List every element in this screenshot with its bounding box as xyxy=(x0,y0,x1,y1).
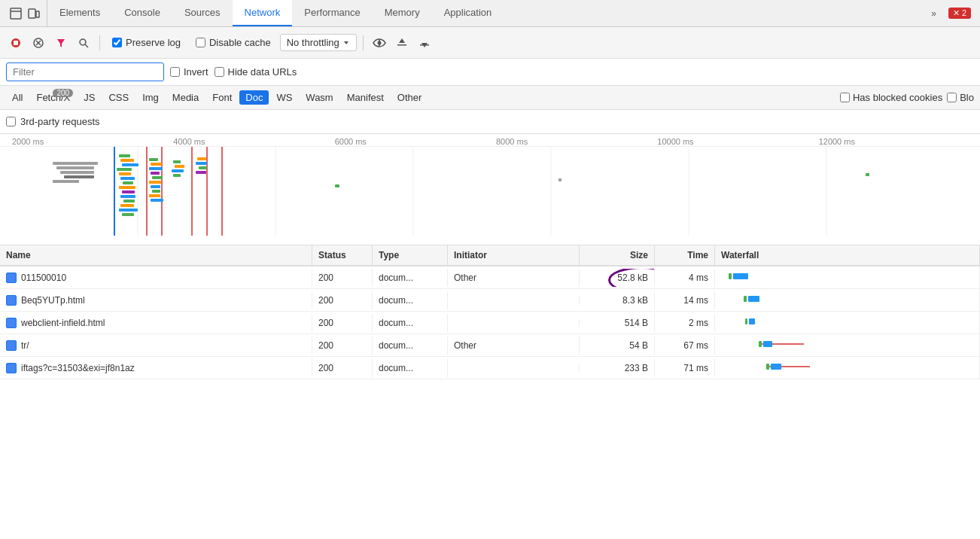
blo-label[interactable]: Blo xyxy=(960,92,974,103)
svg-rect-46 xyxy=(120,204,134,207)
svg-rect-43 xyxy=(122,190,135,193)
svg-rect-35 xyxy=(119,154,130,157)
type-ws[interactable]: WS xyxy=(270,90,298,105)
device-toggle-icon[interactable] xyxy=(27,7,41,20)
clear-button[interactable] xyxy=(29,33,48,53)
svg-rect-59 xyxy=(173,160,181,163)
tab-elements[interactable]: Elements xyxy=(47,0,112,26)
header-time[interactable]: Time xyxy=(655,245,715,265)
import-har-icon[interactable] xyxy=(415,33,434,53)
table-row[interactable]: Beq5YUTp.html 200 docum... 8.3 kB 14 ms xyxy=(0,289,980,312)
svg-rect-56 xyxy=(152,190,160,193)
throttle-dropdown[interactable]: No throttling xyxy=(280,34,357,51)
svg-rect-30 xyxy=(53,162,98,165)
svg-point-13 xyxy=(377,41,381,44)
svg-rect-60 xyxy=(175,165,184,168)
dock-icon[interactable] xyxy=(9,7,23,20)
type-all[interactable]: All xyxy=(6,90,29,105)
timeline-label-10000: 10000 ms xyxy=(657,137,818,146)
blo-checkbox[interactable] xyxy=(947,93,957,102)
tab-application[interactable]: Application xyxy=(432,0,504,26)
row-status-1: 200 xyxy=(312,291,373,309)
table-row[interactable]: iftags?c=31503&exi=jf8n1az 200 docum... … xyxy=(0,357,980,379)
network-conditions-icon[interactable] xyxy=(370,33,389,53)
svg-rect-50 xyxy=(151,163,162,166)
tab-memory[interactable]: Memory xyxy=(373,0,432,26)
error-badge-area: ✕ 2 xyxy=(942,8,977,19)
timeline-canvas xyxy=(0,147,980,236)
type-img[interactable]: Img xyxy=(136,90,165,105)
blocked-cookies-checkbox[interactable] xyxy=(840,93,850,102)
export-har-icon[interactable] xyxy=(392,33,412,53)
invert-label[interactable]: Invert xyxy=(184,66,208,78)
devtools-window: Elements Console Sources Network Perform… xyxy=(0,0,980,539)
table-row[interactable]: tr/ 200 docum... Other 54 B 67 ms xyxy=(0,334,980,357)
tab-sources[interactable]: Sources xyxy=(172,0,233,26)
svg-rect-0 xyxy=(11,8,21,19)
row-name-0: 011500010 xyxy=(0,269,312,287)
type-other[interactable]: Other xyxy=(391,90,428,105)
row-size-4: 233 B xyxy=(580,359,655,377)
type-doc[interactable]: Doc xyxy=(239,90,269,105)
type-font[interactable]: Font xyxy=(206,90,238,105)
row-status-3: 200 xyxy=(312,336,373,355)
search-button[interactable] xyxy=(74,33,93,53)
blocked-cookies-label[interactable]: Has blocked cookies xyxy=(853,92,942,103)
svg-rect-80 xyxy=(766,364,769,370)
svg-rect-36 xyxy=(120,159,134,162)
svg-rect-54 xyxy=(149,181,161,184)
third-party-label[interactable]: 3rd-party requests xyxy=(20,116,100,127)
type-wasm[interactable]: Wasm xyxy=(300,90,339,105)
row-initiator-3: Other xyxy=(448,336,580,355)
timeline-label-12000: 12000 ms xyxy=(819,137,980,146)
header-type[interactable]: Type xyxy=(373,245,448,265)
invert-checkbox[interactable] xyxy=(170,67,180,77)
row-time-1: 14 ms xyxy=(655,291,715,309)
error-badge[interactable]: ✕ 2 xyxy=(948,8,971,19)
tab-bar: Elements Console Sources Network Perform… xyxy=(0,0,980,27)
row-size-2: 514 B xyxy=(580,314,655,332)
filter-input[interactable] xyxy=(6,62,164,81)
svg-rect-67 xyxy=(335,184,339,187)
header-name[interactable]: Name xyxy=(0,245,312,265)
hide-urls-label[interactable]: Hide data URLs xyxy=(228,66,297,78)
type-media[interactable]: Media xyxy=(166,90,205,105)
row-name-3: tr/ xyxy=(0,336,312,355)
svg-point-10 xyxy=(80,39,86,45)
svg-rect-37 xyxy=(122,163,138,166)
filter-toggle-button[interactable] xyxy=(51,33,71,53)
preserve-log-label[interactable]: Preserve log xyxy=(126,37,181,48)
svg-rect-72 xyxy=(744,296,747,302)
row-type-1: docum... xyxy=(373,291,448,309)
blo-group: Blo xyxy=(947,92,974,103)
table-header: Name Status Type Initiator Size Time Wat… xyxy=(0,245,980,266)
header-initiator[interactable]: Initiator xyxy=(448,245,580,265)
third-party-checkbox[interactable] xyxy=(6,117,16,126)
preserve-log-checkbox[interactable] xyxy=(112,38,122,47)
svg-rect-53 xyxy=(152,176,163,179)
type-filter-right: Has blocked cookies Blo xyxy=(840,92,974,103)
svg-rect-61 xyxy=(172,169,184,172)
toolbar-divider-2 xyxy=(363,35,364,50)
header-waterfall[interactable]: Waterfall xyxy=(715,245,980,265)
table-row[interactable]: webclient-infield.html 200 docum... 514 … xyxy=(0,312,980,334)
type-css[interactable]: CSS xyxy=(102,90,135,105)
hide-urls-group: Hide data URLs xyxy=(215,66,297,78)
disable-cache-checkbox[interactable] xyxy=(196,38,205,47)
disable-cache-label[interactable]: Disable cache xyxy=(209,37,271,48)
hide-urls-checkbox[interactable] xyxy=(215,67,224,77)
type-js[interactable]: JS xyxy=(78,90,101,105)
tab-performance[interactable]: Performance xyxy=(292,0,372,26)
table-row[interactable]: 011500010 200 docum... Other 52.8 kB 4 m… xyxy=(0,266,980,289)
svg-marker-15 xyxy=(399,38,405,43)
header-status[interactable]: Status xyxy=(312,245,373,265)
header-size[interactable]: Size xyxy=(580,245,655,265)
error-icon: ✕ xyxy=(953,8,960,17)
tab-console[interactable]: Console xyxy=(112,0,172,26)
tab-network[interactable]: Network xyxy=(233,0,293,26)
type-manifest[interactable]: Manifest xyxy=(341,90,390,105)
stop-recording-button[interactable] xyxy=(6,33,26,53)
row-initiator-1 xyxy=(448,297,580,304)
more-tabs-button[interactable]: » xyxy=(925,8,942,19)
row-size-1: 8.3 kB xyxy=(580,291,655,309)
